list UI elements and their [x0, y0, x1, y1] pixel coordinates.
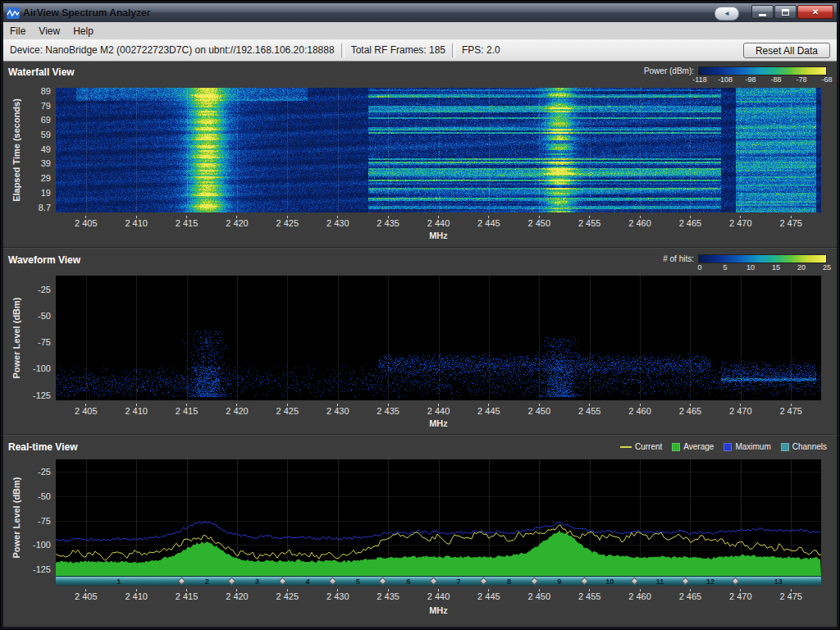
x-axis-tick-label: 2 420 — [217, 218, 257, 228]
x-axis-tick-label: 2 470 — [721, 406, 760, 416]
maximize-button[interactable] — [774, 5, 797, 19]
y-axis-tick-label: 8.7 — [39, 203, 51, 212]
current-swatch-icon — [620, 446, 632, 448]
close-button[interactable]: ✕ — [797, 5, 833, 19]
toolbar-separator — [452, 43, 455, 57]
colorbar-tick-label: -88 — [764, 75, 788, 84]
y-axis-tick-label: -75 — [38, 337, 51, 347]
x-axis-tick-label: 2 475 — [771, 218, 810, 228]
close-icon: ✕ — [812, 7, 819, 16]
title-bar[interactable]: AirView Spectrum Analyzer ◄ ✕ — [3, 3, 837, 23]
back-arrow-icon: ◄ — [724, 8, 730, 19]
y-axis-tick-label: 29 — [41, 173, 51, 183]
x-axis-tick-label: 2 460 — [620, 406, 660, 416]
colorbar-tick-label: 10 — [738, 263, 763, 272]
channel-number-label: 6 — [406, 577, 410, 587]
menu-file[interactable]: File — [3, 24, 32, 39]
x-axis-tick-label: 2 465 — [670, 591, 710, 601]
x-axis-tick-label: 2 470 — [721, 591, 760, 601]
menu-view[interactable]: View — [32, 24, 66, 39]
realtime-panel-title: Real-time View — [8, 441, 77, 453]
channel-segment-11: 11 — [635, 577, 685, 587]
channel-segment-7: 7 — [433, 577, 483, 587]
y-axis-tick-label: 79 — [41, 101, 51, 111]
channel-number-label: 1 — [116, 577, 121, 587]
power-legend-label: Power (dBm): — [644, 66, 694, 75]
power-colorbar-ticks: -118-108-98-88-78-68 — [700, 75, 827, 84]
back-button[interactable]: ◄ — [714, 7, 739, 21]
y-axis-tick-label: -50 — [38, 491, 51, 501]
minimize-icon — [759, 14, 766, 16]
x-axis-tick-label: 2 435 — [368, 591, 408, 601]
waveform-x-ticks: 2 4052 4102 4152 4202 4252 4302 4352 440… — [56, 404, 821, 418]
channel-number-label: 12 — [706, 577, 714, 587]
legend-item-channels: Channels — [781, 442, 827, 451]
menu-help[interactable]: Help — [66, 24, 100, 39]
colorbar-tick-label: -108 — [713, 75, 737, 84]
x-axis-tick-label: 2 455 — [570, 218, 609, 228]
channels-swatch-icon — [781, 443, 789, 451]
x-axis-tick-label: 2 430 — [318, 218, 358, 228]
x-axis-tick-label: 2 435 — [368, 406, 408, 416]
x-axis-tick-label: 2 410 — [116, 218, 156, 228]
y-axis-tick-label: 39 — [41, 158, 51, 168]
channel-segment-1: 1 — [56, 577, 181, 587]
channel-number-label: 11 — [656, 577, 664, 587]
device-info: Device: NanoBridge M2 (002722723D7C) on … — [10, 44, 335, 56]
x-axis-tick-label: 2 425 — [267, 591, 307, 601]
x-axis-tick-label: 2 420 — [217, 406, 257, 416]
x-axis-tick-label: 2 410 — [116, 591, 156, 601]
x-axis-tick-label: 2 475 — [771, 406, 810, 416]
y-axis-tick-label: -100 — [33, 540, 51, 550]
x-axis-tick-label: 2 460 — [620, 218, 660, 228]
realtime-panel: Real-time View CurrentAverageMaximumChan… — [3, 434, 837, 628]
x-axis-tick-label: 2 450 — [519, 591, 559, 601]
waveform-x-axis-label: MHz — [56, 418, 821, 428]
x-axis-tick-label: 2 445 — [469, 591, 509, 601]
legend-label: Average — [683, 442, 714, 451]
x-axis-tick-label: 2 405 — [66, 218, 106, 228]
x-axis-tick-label: 2 445 — [469, 218, 509, 228]
colorbar-tick-label: 5 — [713, 263, 737, 272]
realtime-y-axis-label: Power Level (dBm) — [11, 477, 21, 558]
waterfall-x-axis-label: MHz — [56, 231, 821, 240]
legend-label: Channels — [792, 442, 827, 451]
x-axis-tick-label: 2 460 — [620, 591, 660, 601]
channel-segment-2: 2 — [181, 577, 231, 587]
hits-colorbar-ticks: 0510152025 — [700, 263, 827, 272]
channel-segment-9: 9 — [534, 577, 584, 587]
channel-number-label: 9 — [557, 577, 561, 587]
colorbar-tick-label: -98 — [738, 75, 763, 84]
waterfall-y-axis-label: Elapsed Time (seconds) — [11, 98, 21, 202]
x-axis-tick-label: 2 420 — [217, 591, 257, 601]
channel-number-label: 4 — [305, 577, 309, 587]
fps-info: FPS: 2.0 — [462, 44, 500, 56]
channel-number-label: 2 — [205, 577, 209, 587]
minimize-button[interactable] — [751, 5, 774, 19]
colorbar-tick-label: 25 — [815, 263, 839, 272]
hits-colorbar — [698, 254, 827, 263]
x-axis-tick-label: 2 425 — [267, 406, 307, 416]
x-axis-tick-label: 2 430 — [318, 591, 358, 601]
x-axis-tick-label: 2 430 — [318, 406, 358, 416]
x-axis-tick-label: 2 425 — [267, 218, 307, 228]
x-axis-tick-label: 2 415 — [167, 406, 207, 416]
y-axis-tick-label: -125 — [33, 390, 51, 400]
channel-number-label: 13 — [774, 577, 783, 587]
window-title: AirView Spectrum Analyzer — [23, 7, 150, 19]
x-axis-tick-label: 2 475 — [771, 591, 810, 601]
toolbar-separator — [341, 43, 345, 57]
waveform-y-ticks: -25-50-75-100-125 — [26, 276, 52, 400]
y-axis-tick-label: -125 — [33, 564, 51, 574]
y-axis-tick-label: 19 — [41, 188, 51, 198]
channel-number-label: 3 — [255, 577, 259, 587]
reset-all-data-button[interactable]: Reset All Data — [743, 43, 830, 58]
average-swatch-icon — [672, 443, 680, 451]
colorbar-tick-label: -78 — [789, 75, 814, 84]
y-axis-tick-label: -25 — [38, 285, 51, 294]
channel-segment-12: 12 — [685, 577, 735, 587]
waveform-panel-title: Waveform View — [8, 254, 80, 266]
channel-segment-5: 5 — [333, 577, 383, 587]
x-axis-tick-label: 2 435 — [368, 218, 408, 228]
waterfall-panel: Waterfall View Power (dBm): -118-108-98-… — [3, 63, 837, 247]
